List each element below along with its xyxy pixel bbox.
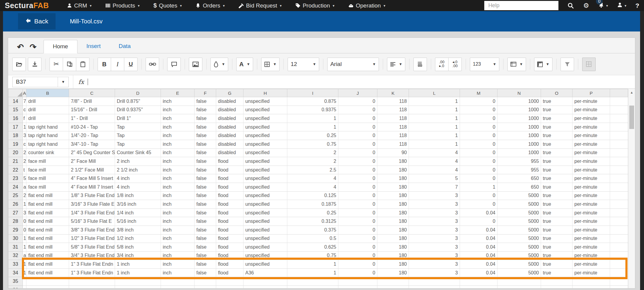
cell[interactable]: 5 bbox=[409, 174, 460, 183]
cell[interactable]: 0 bbox=[338, 183, 377, 191]
cell[interactable]: flood bbox=[216, 191, 243, 200]
column-header-B[interactable]: B bbox=[26, 89, 69, 97]
cell[interactable] bbox=[115, 286, 161, 288]
cell[interactable]: true bbox=[541, 106, 573, 114]
cell[interactable]: inch bbox=[161, 106, 195, 114]
cell[interactable]: 2 bbox=[287, 157, 338, 166]
cell[interactable]: inch bbox=[161, 183, 195, 191]
cell[interactable] bbox=[610, 260, 628, 269]
cell[interactable]: 0 bbox=[460, 157, 497, 166]
cell[interactable]: unspecified bbox=[243, 243, 287, 252]
scroll-up-arrow[interactable]: ▲ bbox=[628, 89, 635, 96]
cut-button[interactable]: ✂ bbox=[50, 58, 63, 71]
cell[interactable]: false bbox=[195, 97, 216, 106]
cell[interactable]: inch bbox=[161, 234, 195, 243]
cell[interactable]: 0 bbox=[338, 260, 377, 269]
cell[interactable]: 0 bbox=[338, 140, 377, 148]
cell[interactable]: 1 bbox=[409, 106, 460, 114]
cell[interactable]: 0.75 bbox=[287, 251, 338, 260]
cell[interactable]: inch bbox=[161, 123, 195, 131]
row-header-35[interactable]: 35 bbox=[8, 277, 23, 286]
cell[interactable]: 1/8" 3 Flute Flat End bbox=[69, 191, 115, 200]
cell[interactable]: per-minute bbox=[573, 157, 610, 166]
cell[interactable]: 0 bbox=[460, 148, 497, 157]
cell[interactable] bbox=[610, 148, 628, 157]
row-header-27[interactable]: 27 bbox=[8, 208, 23, 217]
cell[interactable]: a bbox=[23, 183, 26, 191]
cell[interactable]: false bbox=[195, 140, 216, 148]
cell[interactable]: Drill 1" bbox=[115, 114, 161, 123]
cell[interactable]: 1 inch bbox=[115, 268, 161, 277]
cell[interactable] bbox=[610, 243, 628, 252]
cell[interactable]: 2 bbox=[23, 148, 26, 157]
cell[interactable]: 3 bbox=[409, 217, 460, 226]
wrap-text-button[interactable] bbox=[413, 58, 427, 71]
link-button[interactable] bbox=[146, 58, 159, 71]
cell[interactable]: 4 bbox=[409, 166, 460, 174]
cell[interactable]: per-minute bbox=[573, 251, 610, 260]
cell[interactable]: 5 bbox=[23, 174, 26, 183]
cell[interactable]: inch bbox=[161, 148, 195, 157]
cell[interactable]: 3 bbox=[409, 208, 460, 217]
column-header-L[interactable]: L bbox=[409, 89, 460, 97]
cell[interactable]: inch bbox=[161, 208, 195, 217]
cell[interactable]: 1 bbox=[409, 123, 460, 131]
row-header-16[interactable]: 16 bbox=[8, 114, 23, 123]
bold-button[interactable]: B bbox=[98, 58, 111, 71]
cell[interactable]: 0 bbox=[23, 226, 26, 234]
cell[interactable]: 0 bbox=[460, 131, 497, 140]
cell[interactable]: disabled bbox=[216, 97, 243, 106]
cell[interactable]: 0 bbox=[23, 217, 26, 226]
cell[interactable]: 5000 bbox=[497, 226, 541, 234]
cell[interactable]: unspecified bbox=[243, 140, 287, 148]
cell[interactable] bbox=[610, 200, 628, 209]
cell[interactable]: 0.875 bbox=[287, 97, 338, 106]
cell[interactable]: flat end mill bbox=[26, 260, 69, 269]
cell[interactable]: 180 bbox=[377, 174, 409, 183]
cell[interactable]: 0 bbox=[460, 217, 497, 226]
cell[interactable] bbox=[610, 97, 628, 106]
row-header-32[interactable]: 32 bbox=[8, 251, 23, 260]
cell[interactable]: 1 bbox=[460, 183, 497, 191]
merge-cells-button[interactable]: ▼ bbox=[534, 58, 552, 71]
nav-item-crm[interactable]: CRM▾ bbox=[67, 2, 92, 9]
cell[interactable]: 3 bbox=[409, 251, 460, 260]
cell[interactable]: flood bbox=[216, 251, 243, 260]
cell[interactable]: inch bbox=[161, 260, 195, 269]
cell[interactable]: true bbox=[541, 157, 573, 166]
cell[interactable]: 0.9375 bbox=[287, 106, 338, 114]
cell[interactable]: disabled bbox=[216, 114, 243, 123]
cell[interactable]: 1 bbox=[23, 200, 26, 209]
cell[interactable]: 1 bbox=[409, 114, 460, 123]
cell[interactable]: 4 bbox=[287, 183, 338, 191]
toggle-gridlines-button[interactable] bbox=[582, 58, 596, 71]
align-button[interactable]: ▼ bbox=[387, 58, 405, 71]
cell[interactable]: 118 bbox=[377, 97, 409, 106]
cell[interactable]: false bbox=[195, 226, 216, 234]
cell[interactable]: 2.5 bbox=[287, 166, 338, 174]
open-button[interactable] bbox=[12, 58, 26, 71]
cell[interactable] bbox=[541, 277, 573, 286]
cell[interactable]: true bbox=[541, 226, 573, 234]
cell[interactable]: 3/4" 3 Flute Flat End bbox=[69, 251, 115, 260]
cell[interactable] bbox=[26, 286, 69, 288]
cell[interactable] bbox=[338, 277, 377, 286]
cell[interactable]: false bbox=[195, 148, 216, 157]
cell[interactable]: 4 bbox=[409, 157, 460, 166]
cell[interactable]: 0.625 bbox=[287, 243, 338, 252]
cell[interactable]: 118 bbox=[377, 114, 409, 123]
cell[interactable] bbox=[243, 286, 287, 288]
cell[interactable]: 5/8 inch bbox=[115, 243, 161, 252]
cell[interactable] bbox=[377, 286, 409, 288]
cell[interactable] bbox=[338, 286, 377, 288]
column-header-I[interactable]: I bbox=[287, 89, 338, 97]
cell[interactable]: flood bbox=[216, 183, 243, 191]
cell[interactable]: true bbox=[541, 174, 573, 183]
cell[interactable]: per-minute bbox=[573, 174, 610, 183]
cell[interactable]: 180 bbox=[377, 251, 409, 260]
cell[interactable]: unspecified bbox=[243, 148, 287, 157]
cell[interactable]: f bbox=[23, 114, 26, 123]
cell[interactable]: flat end mill bbox=[26, 243, 69, 252]
cell[interactable]: unspecified bbox=[243, 183, 287, 191]
cell[interactable]: unspecified bbox=[243, 131, 287, 140]
